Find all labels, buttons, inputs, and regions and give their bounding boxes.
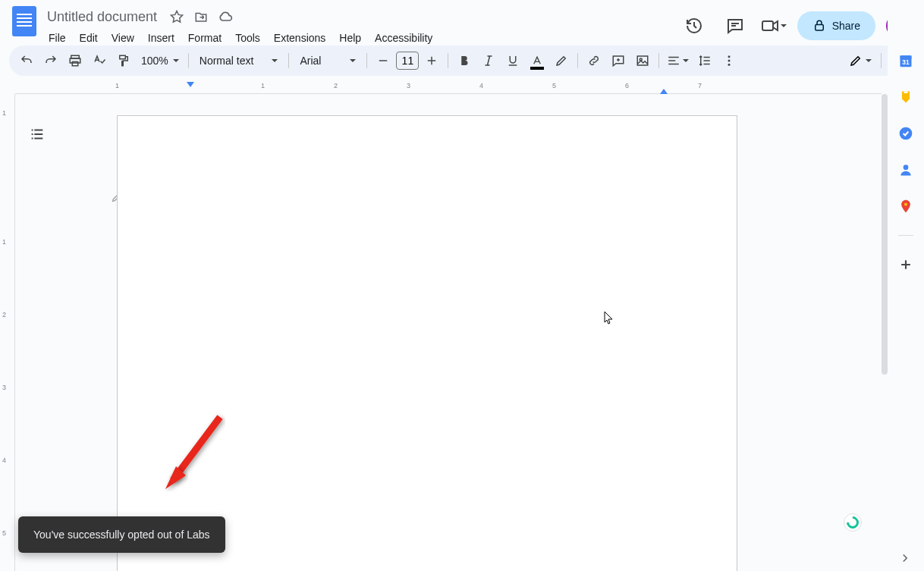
header-actions: Share M (679, 6, 915, 41)
document-page[interactable] (117, 115, 737, 571)
comment-icon[interactable] (720, 11, 750, 41)
svg-rect-6 (638, 56, 649, 65)
docs-logo[interactable] (9, 6, 39, 36)
scrollbar[interactable] (882, 94, 888, 375)
line-spacing-button[interactable] (693, 49, 716, 72)
font-value: Arial (300, 55, 321, 67)
contacts-icon[interactable] (898, 162, 913, 177)
separator (658, 53, 659, 68)
paragraph-style-selector[interactable]: Normal text (193, 55, 284, 67)
bold-button[interactable] (453, 49, 476, 72)
first-line-indent-marker[interactable] (187, 82, 194, 87)
docs-icon (12, 6, 36, 36)
workspace: 1 1 2 3 4 5 6 7 1 1 2 3 4 5 (0, 82, 924, 571)
menu-view[interactable]: View (105, 29, 140, 47)
svg-text:31: 31 (902, 58, 910, 66)
toast-notification: You've successfully opted out of Labs (18, 516, 225, 553)
ruler-mark: 4 (479, 82, 483, 89)
more-button[interactable] (718, 49, 740, 72)
font-size-increase[interactable] (420, 49, 443, 72)
canvas-area (15, 94, 882, 571)
chevron-down-icon (272, 59, 278, 62)
separator (881, 53, 882, 68)
separator (366, 53, 367, 68)
app-header: Untitled document File Edit View Insert … (0, 0, 924, 45)
tasks-icon[interactable] (898, 126, 913, 141)
highlight-button[interactable] (550, 49, 573, 72)
separator (577, 53, 578, 68)
svg-rect-1 (815, 25, 823, 31)
toast-message: You've successfully opted out of Labs (33, 529, 210, 541)
vertical-ruler[interactable]: 1 1 2 3 4 5 (0, 94, 15, 571)
toolbar: 100% Normal text Arial 11 (9, 45, 915, 76)
star-icon[interactable] (169, 9, 184, 24)
separator (188, 53, 189, 68)
title-row: Untitled document (42, 6, 679, 27)
svg-rect-14 (904, 92, 908, 94)
svg-point-17 (904, 202, 907, 205)
ruler-mark: 1 (261, 82, 265, 89)
right-indent-marker[interactable] (660, 89, 668, 94)
menu-file[interactable]: File (42, 29, 72, 47)
svg-point-16 (904, 165, 909, 170)
text-color-button[interactable] (526, 49, 548, 72)
cloud-status-icon[interactable] (218, 9, 233, 24)
italic-button[interactable] (477, 49, 500, 72)
zoom-selector[interactable]: 100% (137, 55, 184, 67)
svg-rect-0 (762, 21, 773, 30)
separator (898, 235, 913, 236)
document-title[interactable]: Untitled document (42, 8, 162, 27)
editing-mode-button[interactable] (844, 54, 876, 67)
menu-accessibility[interactable]: Accessibility (369, 29, 438, 47)
add-comment-button[interactable] (607, 49, 630, 72)
chevron-down-icon (781, 24, 787, 27)
font-size-input[interactable]: 11 (396, 52, 419, 70)
print-button[interactable] (64, 49, 86, 72)
grammarly-badge[interactable] (844, 513, 862, 532)
side-panel: 31 (888, 0, 924, 571)
paint-format-button[interactable] (112, 49, 135, 72)
outline-toggle-button[interactable] (26, 123, 49, 146)
ruler-mark: 6 (625, 82, 629, 89)
font-selector[interactable]: Arial (294, 55, 362, 67)
undo-button[interactable] (15, 49, 38, 72)
underline-button[interactable] (501, 49, 524, 72)
title-area: Untitled document File Edit View Insert … (42, 6, 679, 49)
keep-icon[interactable] (898, 89, 913, 105)
svg-rect-5 (120, 55, 126, 59)
move-icon[interactable] (193, 9, 209, 24)
menu-insert[interactable]: Insert (142, 29, 181, 47)
font-size-decrease[interactable] (372, 49, 394, 72)
chevron-down-icon (350, 59, 356, 62)
chevron-down-icon (866, 59, 872, 62)
link-button[interactable] (583, 49, 605, 72)
menu-edit[interactable]: Edit (74, 29, 104, 47)
align-button[interactable] (664, 49, 692, 72)
menu-bar: File Edit View Insert Format Tools Exten… (42, 27, 679, 49)
share-button[interactable]: Share (797, 11, 875, 40)
ruler-mark: 2 (334, 82, 338, 89)
menu-tools[interactable]: Tools (229, 29, 266, 47)
svg-point-10 (728, 64, 731, 66)
share-label: Share (832, 20, 860, 32)
zoom-value: 100% (141, 55, 168, 67)
separator (288, 53, 289, 68)
menu-format[interactable]: Format (182, 29, 228, 47)
history-icon[interactable] (679, 11, 709, 41)
meet-button[interactable] (761, 17, 787, 35)
style-value: Normal text (200, 55, 254, 67)
menu-extensions[interactable]: Extensions (268, 29, 332, 47)
maps-icon[interactable] (898, 199, 913, 214)
insert-image-button[interactable] (631, 49, 654, 72)
horizontal-ruler[interactable]: 1 1 2 3 4 5 6 7 (15, 82, 882, 94)
hide-side-panel-button[interactable] (898, 551, 912, 565)
add-addon-icon[interactable] (898, 257, 913, 272)
svg-point-8 (728, 55, 731, 58)
ruler-mark: 3 (407, 82, 410, 89)
menu-help[interactable]: Help (333, 29, 367, 47)
redo-button[interactable] (39, 49, 62, 72)
chevron-down-icon (173, 59, 179, 62)
calendar-icon[interactable]: 31 (898, 53, 913, 68)
spellcheck-button[interactable] (88, 49, 111, 72)
ruler-mark: 5 (552, 82, 556, 89)
